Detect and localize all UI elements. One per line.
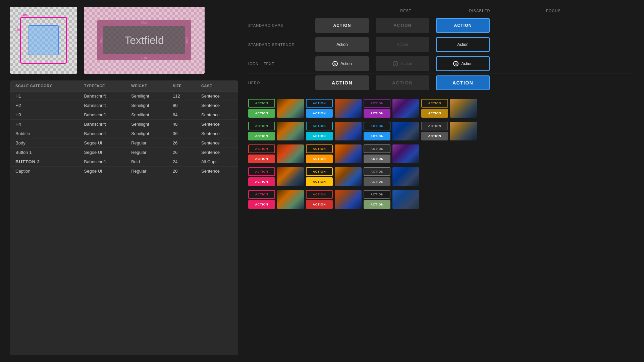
type-caption-label: Caption	[10, 167, 79, 176]
padding-bottom: 16px	[97, 54, 191, 60]
grey3-outline-btn[interactable]: ACTION	[364, 190, 390, 199]
grid-row-green: ACTION ACTION ACTION ACTION ACTION ACTIO…	[248, 99, 634, 118]
icon-circle-focus: ⊕	[453, 61, 459, 66]
green-outline-btn[interactable]: ACTION	[248, 99, 275, 108]
padding-right: 16px	[185, 26, 191, 54]
padding-left: 16px	[97, 26, 103, 54]
type-body-size: 26	[167, 138, 196, 148]
type-h1-weight: Semilight	[126, 92, 167, 101]
type-h2-weight: Semilight	[126, 101, 167, 110]
type-button2-weight: Bold	[126, 157, 167, 167]
diagrams-row: 4px 16px 16px 16px 16px	[10, 7, 238, 74]
green-outline-btn-2[interactable]: ACTION	[248, 122, 275, 130]
standard-sentence-focus-btn[interactable]: Action	[436, 37, 490, 52]
padding-top: 16px	[97, 20, 191, 26]
type-subtitle-size: 36	[167, 129, 196, 138]
pink-outline-btn[interactable]: ACTION	[248, 167, 275, 176]
game-thumb-5	[277, 122, 304, 140]
orange-outline-btn[interactable]: ACTION	[306, 144, 333, 153]
orange-btns: ACTION ACTION	[306, 144, 333, 163]
table-row: H4 Bahnschrift Semilight 48 Sentence	[10, 120, 238, 129]
game-thumb-7	[392, 122, 419, 140]
outer-square: 4px 16px	[20, 17, 67, 64]
teal-fill-btn[interactable]: ACTION	[306, 132, 333, 140]
pink-fill-btn[interactable]: ACTION	[248, 177, 275, 186]
tan-outline-btn-1[interactable]: ACTION	[421, 99, 448, 108]
type-h4-weight: Semilight	[126, 120, 167, 129]
green-fill-btn-2[interactable]: ACTION	[248, 132, 275, 140]
game-thumb-11	[392, 144, 419, 163]
gold-fill-btn[interactable]: ACTION	[306, 177, 333, 186]
grey-btns: ACTION ACTION	[364, 144, 390, 163]
icon-text-disabled-btn[interactable]: ⊕ Action	[376, 56, 429, 71]
type-caption-weight: Regular	[126, 167, 167, 176]
green-fill-btn[interactable]: ACTION	[248, 109, 275, 118]
standard-caps-label: STANDARD CAPS	[248, 23, 309, 27]
purple-fill-btn-1[interactable]: ACTION	[364, 109, 390, 118]
redalt-fill-btn[interactable]: ACTION	[306, 200, 333, 209]
standard-caps-focus-btn[interactable]: ACTION	[436, 18, 490, 33]
type-body-label: Body	[10, 138, 79, 148]
teal-outline-btn[interactable]: ACTION	[306, 122, 333, 130]
blue-fill-btn-2[interactable]: ACTION	[364, 132, 390, 140]
type-h3-case: Sentence	[196, 110, 238, 120]
icon-text-rest-btn[interactable]: ⊕ Action	[315, 56, 369, 71]
sage-fill-btn[interactable]: ACTION	[364, 200, 390, 209]
type-h4-case: Sentence	[196, 120, 238, 129]
magenta-fill-btn[interactable]: ACTION	[248, 200, 275, 209]
inner-square	[29, 25, 59, 55]
table-row: H3 Bahnschrift Semilight 64 Sentence	[10, 110, 238, 120]
purple-outline-btn-1[interactable]: ACTION	[364, 99, 390, 108]
table-row: BUTTON 2 Bahnschrift Bold 24 All Caps	[10, 157, 238, 167]
red-btns: ACTION ACTION	[248, 144, 275, 163]
blue-fill-btn-1[interactable]: ACTION	[306, 109, 333, 118]
game-thumb-16	[335, 190, 362, 209]
green2-btns: ACTION ACTION	[248, 122, 275, 140]
dk-fill-btn[interactable]: ACTION	[421, 132, 448, 140]
magenta-btns: ACTION ACTION	[248, 190, 275, 209]
standard-caps-disabled-btn[interactable]: ACTION	[376, 18, 429, 33]
tan-fill-btn-1[interactable]: ACTION	[421, 109, 448, 118]
button-color-grid: ACTION ACTION ACTION ACTION ACTION ACTIO…	[248, 99, 634, 210]
table-row: Subtitle Bahnschrift Semilight 36 Senten…	[10, 129, 238, 138]
standard-caps-rest-btn[interactable]: ACTION	[315, 18, 369, 33]
dk-btns: ACTION ACTION	[421, 122, 448, 140]
grey-fill-btn[interactable]: ACTION	[364, 155, 390, 163]
type-h1-label: H1	[10, 92, 79, 101]
type-button1-typeface: Segoe UI	[79, 148, 126, 157]
px-left-label: 16px	[100, 37, 103, 44]
textfield-diagram: 16px 16px 16px 16px Textfield	[84, 7, 205, 74]
magenta-outline-btn[interactable]: ACTION	[248, 190, 275, 199]
textfield-text: Textfield	[124, 34, 164, 47]
col-disabled-label: DISABLED	[449, 9, 510, 13]
hero-rest-btn[interactable]: ACTION	[315, 75, 369, 90]
grey-outline-btn[interactable]: ACTION	[364, 144, 390, 153]
gold-outline-btn[interactable]: ACTION	[306, 167, 333, 176]
table-row: H1 Bahnschrift Semilight 112 Sentence	[10, 92, 238, 101]
states-header-row: REST DISABLED FOCUS	[248, 7, 634, 15]
hero-focus-btn[interactable]: ACTION	[436, 75, 490, 90]
hero-disabled-btn[interactable]: ACTION	[376, 75, 429, 90]
type-h4-label: H4	[10, 120, 79, 129]
icon-text-focus-btn[interactable]: ⊕ Action	[436, 56, 490, 71]
game-thumb-3	[392, 99, 419, 118]
grey2-outline-btn[interactable]: ACTION	[364, 167, 390, 176]
blue-outline-btn-1[interactable]: ACTION	[306, 99, 333, 108]
type-caption-case: Sentence	[196, 167, 238, 176]
red-outline-btn[interactable]: ACTION	[248, 144, 275, 153]
grey2-fill-btn[interactable]: ACTION	[364, 177, 390, 186]
type-h1-case: Sentence	[196, 92, 238, 101]
col-header-weight: WEIGHT	[126, 80, 167, 92]
orange-fill-btn[interactable]: ACTION	[306, 155, 333, 163]
game-thumb-13	[335, 167, 362, 186]
standard-sentence-rest-btn[interactable]: Action	[315, 37, 369, 52]
type-button2-case: All Caps	[196, 157, 238, 167]
red-fill-btn[interactable]: ACTION	[248, 155, 275, 163]
type-h3-label: H3	[10, 110, 79, 120]
table-row: Button 1 Segoe UI Regular 26 Sentence	[10, 148, 238, 157]
dk-outline-btn[interactable]: ACTION	[421, 122, 448, 130]
tan-btns-1: ACTION ACTION	[421, 99, 448, 118]
blue-outline-btn-2[interactable]: ACTION	[364, 122, 390, 130]
standard-sentence-disabled-btn[interactable]: Action	[376, 37, 429, 52]
redalt-outline-btn[interactable]: ACTION	[306, 190, 333, 199]
